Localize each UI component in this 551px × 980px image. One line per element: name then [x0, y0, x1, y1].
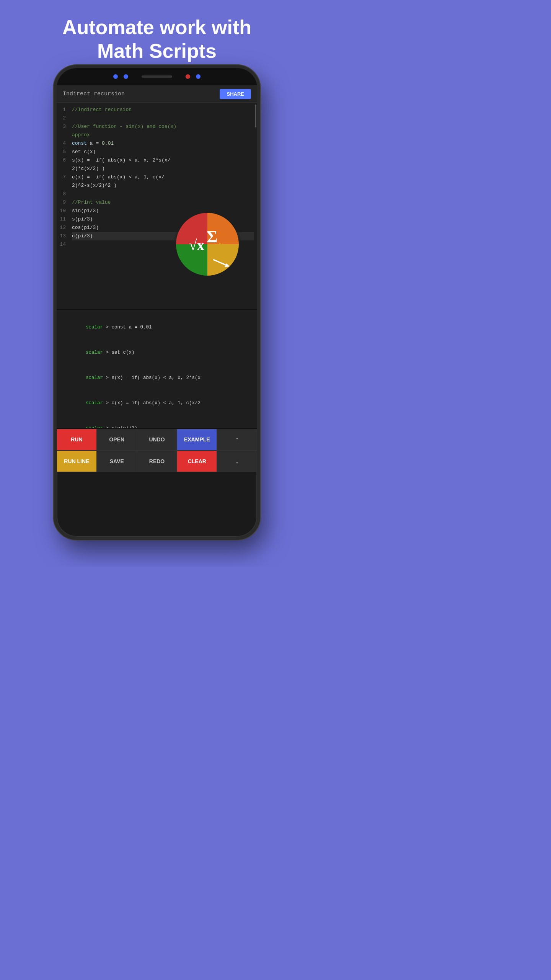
example-button[interactable]: EXAMPLE [177, 429, 217, 451]
sensor-dot-3 [186, 74, 190, 79]
bottom-toolbar: RUN OPEN UNDO EXAMPLE ↑ RUN LINE SAVE RE… [57, 428, 257, 472]
output-line-5: scalar > sin(pi/3) [63, 416, 251, 428]
output-line-4: scalar > c(x) = if( abs(x) < a, 1, c(x/2 [63, 390, 251, 416]
editor-title: Indirect recursion [63, 91, 125, 97]
button-row-1: RUN OPEN UNDO EXAMPLE ↑ [57, 429, 257, 451]
camera-sensors [113, 74, 201, 79]
scroll-down-button[interactable]: ↓ [217, 451, 257, 472]
code-line-6: s(x) = if( abs(x) < a, x, 2*s(x/ [72, 156, 254, 165]
code-line-6b: 2)*c(x/2) ) [72, 165, 254, 173]
code-line-3b: approx [72, 131, 254, 139]
clear-button[interactable]: CLEAR [177, 451, 217, 472]
scrollbar[interactable] [255, 105, 256, 127]
power-button [259, 114, 260, 141]
volume-button [54, 99, 54, 118]
headline: Automate work with Math Scripts [0, 0, 314, 75]
save-button[interactable]: SAVE [97, 451, 137, 472]
output-line-3: scalar > s(x) = if( abs(x) < a, x, 2*s(x [63, 365, 251, 390]
code-line-8 [72, 190, 254, 198]
phone-mockup: Indirect recursion SHARE 1 2 3 4 5 6 7 8… [54, 65, 260, 540]
svg-text:√x: √x [189, 237, 204, 253]
code-line-4: const a = 0.01 [72, 139, 254, 148]
redo-button[interactable]: REDO [137, 451, 177, 472]
output-line-2: scalar > set c(x) [63, 340, 251, 365]
code-line-9: //Print value [72, 198, 254, 207]
run-button[interactable]: RUN [57, 429, 97, 451]
code-line-5: set c(x) [72, 148, 254, 156]
sensor-dot-2 [124, 74, 128, 79]
scroll-up-button[interactable]: ↑ [217, 429, 257, 451]
code-line-2 [72, 114, 254, 122]
run-line-button[interactable]: RUN LINE [57, 451, 97, 472]
line-numbers: 1 2 3 4 5 6 7 8 9 10 11 12 13 14 [57, 103, 69, 309]
open-button[interactable]: OPEN [97, 429, 137, 451]
app-logo: √x Σ lim [173, 210, 242, 279]
phone-status-bar [57, 68, 257, 85]
code-editor[interactable]: Indirect recursion SHARE 1 2 3 4 5 6 7 8… [57, 85, 257, 309]
svg-text:Σ: Σ [207, 227, 218, 246]
button-row-2: RUN LINE SAVE REDO CLEAR ↓ [57, 451, 257, 472]
editor-header: Indirect recursion SHARE [57, 85, 257, 103]
sensor-dot-4 [196, 74, 201, 79]
phone-frame: Indirect recursion SHARE 1 2 3 4 5 6 7 8… [54, 65, 260, 540]
output-line-1: scalar > const a = 0.01 [63, 315, 251, 340]
output-area: scalar > const a = 0.01 scalar > set c(x… [57, 309, 257, 428]
speaker [142, 75, 172, 78]
code-line-1: //Indirect recursion [72, 106, 254, 114]
share-button[interactable]: SHARE [220, 89, 251, 99]
undo-button[interactable]: UNDO [137, 429, 177, 451]
code-line-7b: 2)^2-s(x/2)^2 ) [72, 181, 254, 190]
sensor-dot-1 [113, 74, 118, 79]
code-line-3: //User function - sin(x) and cos(x) [72, 122, 254, 131]
code-line-7: c(x) = if( abs(x) < a, 1, c(x/ [72, 173, 254, 181]
header: Automate work with Math Scripts [0, 0, 314, 75]
